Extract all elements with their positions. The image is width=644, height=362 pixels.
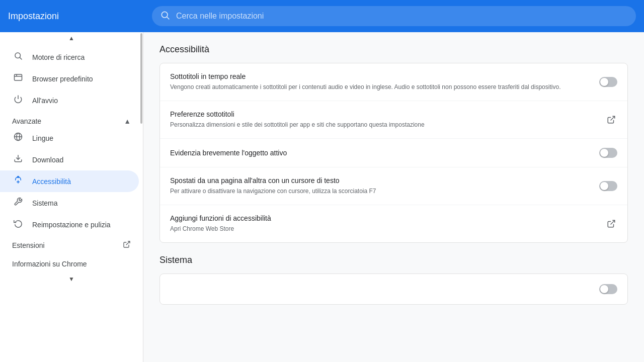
svg-point-0 bbox=[162, 12, 168, 18]
preferenze-sottotitoli-text: Preferenze sottotitoli Personalizza dime… bbox=[170, 110, 605, 129]
svg-rect-4 bbox=[15, 74, 22, 80]
aggiungi-funzioni-text: Aggiungi funzioni di accessibilità Apri … bbox=[170, 214, 605, 233]
search-input[interactable] bbox=[176, 12, 628, 21]
sidebar-item-estensioni[interactable]: Estensioni bbox=[0, 235, 139, 255]
sistema-card bbox=[159, 274, 628, 305]
sidebar-item-label: Browser predefinito bbox=[32, 75, 93, 83]
sidebar-item-download[interactable]: Download bbox=[0, 149, 139, 170]
app-title: Impostazioni bbox=[8, 11, 144, 22]
evidenzia-oggetto-toggle[interactable] bbox=[599, 148, 617, 158]
browser-icon bbox=[12, 73, 24, 84]
preferenze-sottotitoli-title: Preferenze sottotitoli bbox=[170, 110, 597, 118]
main-layout: ▲ Motore di ricerca bbox=[0, 32, 644, 362]
accessibilita-card: Sottotitoli in tempo reale Vengono creat… bbox=[159, 63, 628, 243]
aggiungi-funzioni-desc: Apri Chrome Web Store bbox=[170, 224, 597, 233]
accessibilita-section-title: Accessibilità bbox=[159, 44, 628, 55]
sidebar-item-label: Informazioni su Chrome bbox=[12, 260, 87, 268]
sidebar-item-lingue[interactable]: Lingue bbox=[0, 127, 139, 149]
external-link-icon bbox=[123, 240, 131, 250]
external-link-icon[interactable] bbox=[605, 114, 617, 126]
preferenze-sottotitoli-row[interactable]: Preferenze sottotitoli Personalizza dime… bbox=[160, 101, 627, 139]
estensioni-left: Estensioni bbox=[12, 241, 45, 249]
power-icon bbox=[12, 95, 24, 106]
sidebar-item-label: Lingue bbox=[32, 134, 53, 142]
sottotitoli-realtime-title: Sottotitoli in tempo reale bbox=[170, 72, 591, 80]
reset-icon bbox=[12, 219, 24, 230]
content-area: Accessibilità Sottotitoli in tempo reale… bbox=[143, 32, 644, 362]
sidebar-item-browser-predefinito[interactable]: Browser predefinito bbox=[0, 68, 139, 89]
svg-line-15 bbox=[126, 241, 130, 245]
header: Impostazioni bbox=[0, 0, 644, 32]
aggiungi-funzioni-row[interactable]: Aggiungi funzioni di accessibilità Apri … bbox=[160, 205, 627, 242]
cursore-testo-text: Spostati da una pagina all'altra con un … bbox=[170, 176, 599, 196]
sidebar-item-motore-ricerca[interactable]: Motore di ricerca bbox=[0, 46, 139, 68]
system-icon bbox=[12, 197, 24, 209]
sidebar: ▲ Motore di ricerca bbox=[0, 32, 143, 362]
sidebar-item-label: Reimpostazione e pulizia bbox=[32, 221, 111, 229]
sidebar-item-label: Motore di ricerca bbox=[32, 53, 85, 61]
sistema-row bbox=[160, 274, 627, 304]
evidenzia-oggetto-label: Evidenzia brevemente l'oggetto attivo bbox=[170, 149, 287, 157]
cursore-testo-desc: Per attivare o disattivare la navigazion… bbox=[170, 187, 591, 196]
search-bar[interactable] bbox=[152, 6, 636, 26]
search-icon bbox=[160, 10, 170, 23]
accessibility-icon bbox=[12, 175, 24, 187]
cursore-testo-row: Spostati da una pagina all'altra con un … bbox=[160, 167, 627, 205]
sottotitoli-realtime-toggle[interactable] bbox=[599, 77, 617, 87]
avanzate-label: Avanzate bbox=[12, 117, 41, 125]
globe-icon bbox=[12, 132, 24, 144]
sidebar-item-sistema[interactable]: Sistema bbox=[0, 192, 139, 214]
sidebar-item-label: Estensioni bbox=[12, 241, 45, 249]
cursore-testo-title: Spostati da una pagina all'altra con un … bbox=[170, 176, 591, 185]
svg-line-3 bbox=[20, 57, 22, 59]
sidebar-item-allavvio[interactable]: All'avvio bbox=[0, 89, 139, 111]
scroll-down-arrow[interactable]: ▼ bbox=[0, 273, 143, 285]
sidebar-item-reimpostazione[interactable]: Reimpostazione e pulizia bbox=[0, 214, 139, 235]
sistema-toggle[interactable] bbox=[599, 284, 617, 294]
sottotitoli-realtime-text: Sottotitoli in tempo reale Vengono creat… bbox=[170, 72, 599, 92]
sidebar-nav: Motore di ricerca Browser predefinito bbox=[0, 44, 143, 273]
sottotitoli-realtime-row: Sottotitoli in tempo reale Vengono creat… bbox=[160, 63, 627, 101]
sottotitoli-realtime-desc: Vengono creati automaticamente i sottoti… bbox=[170, 82, 591, 92]
cursore-testo-toggle[interactable] bbox=[599, 181, 617, 191]
svg-line-17 bbox=[611, 220, 615, 224]
svg-point-2 bbox=[15, 53, 21, 58]
avanzate-section-header[interactable]: Avanzate ▲ bbox=[0, 111, 139, 127]
sidebar-item-label: Download bbox=[32, 156, 63, 164]
search-icon bbox=[12, 51, 24, 63]
chevron-up-icon: ▲ bbox=[124, 117, 131, 125]
sidebar-item-label: Accessibilità bbox=[32, 177, 71, 186]
svg-line-1 bbox=[167, 17, 170, 19]
scroll-up-arrow[interactable]: ▲ bbox=[0, 32, 143, 44]
scrollbar-track[interactable] bbox=[140, 32, 143, 362]
aggiungi-funzioni-title: Aggiungi funzioni di accessibilità bbox=[170, 214, 597, 222]
preferenze-sottotitoli-desc: Personalizza dimensioni e stile dei sott… bbox=[170, 120, 597, 129]
sidebar-item-informazioni[interactable]: Informazioni su Chrome bbox=[0, 255, 139, 273]
sistema-section-title: Sistema bbox=[159, 255, 628, 265]
sidebar-item-accessibilita[interactable]: Accessibilità bbox=[0, 170, 139, 192]
svg-line-16 bbox=[611, 116, 615, 120]
sidebar-item-label: All'avvio bbox=[32, 97, 58, 105]
external-link-icon[interactable] bbox=[605, 218, 617, 230]
sidebar-item-label: Sistema bbox=[32, 199, 58, 207]
download-icon bbox=[12, 154, 24, 165]
scrollbar-thumb[interactable] bbox=[140, 33, 142, 124]
evidenzia-oggetto-row: Evidenzia brevemente l'oggetto attivo bbox=[160, 139, 627, 167]
